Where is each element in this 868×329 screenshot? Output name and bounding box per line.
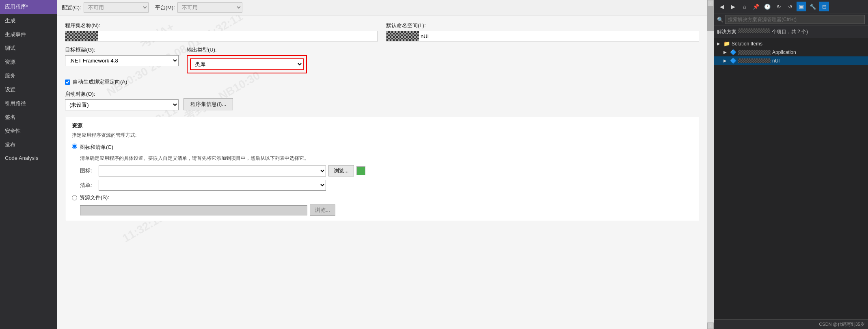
right-panel: ◀ ▶ ⌂ 📌 🕐 ↻ ↺ ▣ 🔧 ⊟ 🔍 解决方案 个项目，共 2 个) ▶ … (714, 0, 868, 329)
sidebar-item-resources[interactable]: 资源 (0, 55, 57, 69)
sidebar-item-services[interactable]: 服务 (0, 69, 57, 83)
assembly-name-redacted (65, 31, 98, 41)
tree-redacted-ui (738, 58, 771, 63)
tree-arrow-solution-items: ▶ (717, 41, 722, 46)
tree-view: ▶ 📁 Solution Items ▶ 🔷 Application ▶ 🔷 n… (714, 38, 868, 319)
startup-group: 启动对象(O): (未设置) (65, 90, 179, 110)
config-select[interactable]: 不可用 (84, 2, 149, 13)
sidebar-item-settings[interactable]: 设置 (0, 83, 57, 97)
solution-header: 解决方案 个项目，共 2 个) (714, 26, 868, 38)
auto-redirect-row: 自动生成绑定重定向(A) (65, 78, 699, 86)
assembly-name-group: 程序集名称(N): (65, 22, 378, 41)
assembly-namespace-row: 程序集名称(N): 默认命名空间(L): nUI (65, 22, 699, 41)
solution-label: 解决方案 (717, 29, 736, 34)
tree-item-application[interactable]: ▶ 🔷 Application (714, 48, 868, 56)
pin-button[interactable]: 📌 (751, 2, 761, 11)
icon-field-label: 图标: (80, 167, 96, 174)
scroll-down-button[interactable]: ▼ (707, 323, 714, 329)
startup-row: 启动对象(O): (未设置) 程序集信息(I)... (65, 90, 699, 110)
config-group: 配置(C): 不可用 (62, 2, 149, 13)
content-wrapper: 程序集名称(N): 默认命名空间(L): nUI 目标框架(G): (65, 22, 699, 221)
platform-select[interactable]: 不可用 (177, 2, 242, 13)
sidebar: 应用程序* 生成 生成事件 调试 资源 服务 设置 引用路径 签名 安全性 发布… (0, 0, 57, 329)
output-type-label: 输出类型(U): (187, 46, 307, 54)
resource-file-label: 资源文件(S): (80, 194, 109, 201)
startup-label: 启动对象(O): (65, 90, 179, 98)
resource-file-browse-button: 浏览... (310, 204, 335, 216)
refresh-button[interactable]: ↺ (785, 2, 795, 11)
sidebar-item-build-events[interactable]: 生成事件 (0, 28, 57, 41)
sync-button[interactable]: ↻ (774, 2, 784, 11)
tree-redacted-application (738, 50, 771, 55)
solution-name-redacted (738, 28, 770, 33)
manifest-row: 清单: (80, 180, 692, 191)
target-framework-select[interactable]: .NET Framework 4.8 (65, 55, 179, 66)
sidebar-item-signing[interactable]: 签名 (0, 110, 57, 124)
manifest-field-label: 清单: (80, 182, 96, 189)
target-framework-group: 目标框架(G): .NET Framework 4.8 (65, 46, 179, 66)
toolbar-icons: ◀ ▶ ⌂ 📌 🕐 ↻ ↺ ▣ 🔧 ⊟ (717, 2, 829, 11)
search-icon: 🔍 (717, 17, 723, 23)
project-count: 个项目，共 2 个) (772, 29, 808, 34)
scroll-up-button[interactable]: ▲ (707, 0, 714, 6)
icon-row: 图标: 浏览... (80, 165, 692, 176)
home-button[interactable]: ⌂ (740, 2, 749, 11)
namespace-input-wrapper: nUI (386, 31, 699, 41)
project-icon-ui: 🔷 (730, 58, 736, 64)
assembly-info-wrapper: 程序集信息(I)... (184, 98, 233, 110)
icon-color-preview[interactable] (356, 166, 365, 175)
scroll-thumb[interactable] (707, 6, 714, 31)
icon-select[interactable] (99, 166, 326, 176)
target-framework-label: 目标框架(G): (65, 46, 179, 54)
auto-redirect-checkbox[interactable] (65, 80, 70, 85)
namespace-group: 默认命名空间(L): nUI (386, 22, 699, 41)
sidebar-item-security[interactable]: 安全性 (0, 124, 57, 138)
sidebar-item-build[interactable]: 生成 (0, 14, 57, 28)
resources-desc: 指定应用程序资源的管理方式: (72, 132, 692, 139)
solution-search-input[interactable] (725, 15, 865, 24)
resource-file-radio-row: 资源文件(S): (72, 194, 692, 201)
nav-forward-button[interactable]: ▶ (728, 2, 738, 11)
icon-manifest-label: 图标和清单(C) (80, 144, 113, 151)
project-icon-application: 🔷 (730, 49, 736, 55)
sidebar-item-publish[interactable]: 发布 (0, 138, 57, 152)
tree-label-ui: nUI (772, 58, 865, 64)
auto-redirect-label: 自动生成绑定重定向(A) (73, 78, 127, 86)
resource-file-input (80, 205, 307, 215)
tree-arrow-application: ▶ (723, 50, 728, 54)
resources-title: 资源 (72, 122, 692, 129)
icon-manifest-desc: 清单确定应用程序的具体设置。要嵌入自定义清单，请首先将它添加到项目中，然后从以下… (80, 155, 692, 162)
layout-button[interactable]: ▣ (797, 2, 806, 11)
manifest-select[interactable] (99, 180, 326, 191)
sidebar-item-code-analysis[interactable]: Code Analysis (0, 152, 57, 164)
assembly-name-label: 程序集名称(N): (65, 22, 378, 29)
icon-manifest-radio[interactable] (72, 144, 77, 149)
platform-label: 平台(M): (155, 4, 175, 11)
dock-button[interactable]: ⊟ (819, 2, 829, 11)
framework-output-row: 目标框架(G): .NET Framework 4.8 输出类型(U): 类库 (65, 46, 699, 73)
history-button[interactable]: 🕐 (762, 2, 772, 11)
right-toolbar: ◀ ▶ ⌂ 📌 🕐 ↻ ↺ ▣ 🔧 ⊟ (714, 0, 868, 13)
namespace-redacted (386, 31, 419, 41)
resource-file-radio[interactable] (72, 195, 77, 200)
scroll-track[interactable] (707, 6, 714, 323)
settings-panel: 考到A+ NB10:30 2023-08.01 11:32:11 考到A+ NB… (57, 15, 707, 329)
icon-manifest-radio-row: 图标和清单(C) (72, 144, 692, 151)
nav-back-button[interactable]: ◀ (717, 2, 727, 11)
assembly-info-button[interactable]: 程序集信息(I)... (184, 98, 233, 110)
resources-section: 资源 指定应用程序资源的管理方式: 图标和清单(C) 清单确定应用程序的具体设置… (65, 117, 699, 221)
sidebar-item-debug[interactable]: 调试 (0, 41, 57, 55)
folder-icon: 📁 (723, 41, 730, 47)
sidebar-item-reference-paths[interactable]: 引用路径 (0, 97, 57, 110)
status-text: CSDN @代码写到35岁 (819, 322, 865, 327)
tree-arrow-ui: ▶ (723, 58, 728, 63)
tools-button[interactable]: 🔧 (808, 2, 818, 11)
sidebar-item-application[interactable]: 应用程序* (0, 0, 57, 14)
tree-item-solution-items[interactable]: ▶ 📁 Solution Items (714, 39, 868, 48)
output-type-group: 输出类型(U): 类库 (187, 46, 307, 73)
scrollbar[interactable]: ▲ ▼ (707, 0, 714, 329)
startup-select[interactable]: (未设置) (65, 99, 179, 110)
tree-item-ui[interactable]: ▶ 🔷 nUI (714, 56, 868, 65)
output-type-select[interactable]: 类库 (190, 58, 304, 70)
icon-browse-button[interactable]: 浏览... (328, 165, 354, 176)
